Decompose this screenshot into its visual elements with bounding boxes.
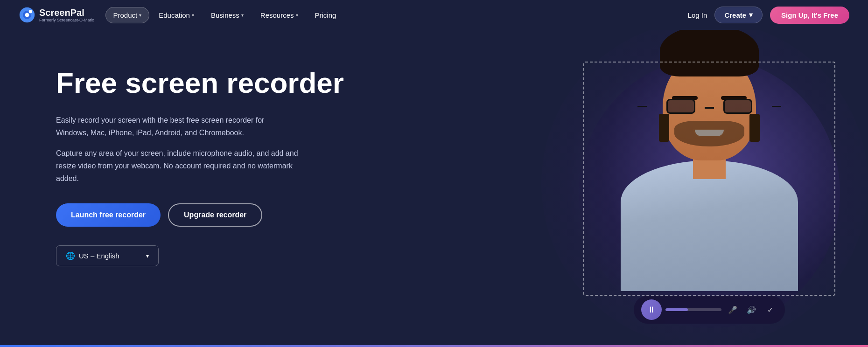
- nav-items: Product ▾ Education ▾ Business ▾ Resourc…: [105, 7, 688, 23]
- recording-controls-bar: ⏸ 🎤 🔊 ✓: [634, 296, 785, 324]
- screenpal-logo-icon: [19, 7, 35, 23]
- logo-text: ScreenPal Formerly Screencast-O-Matic: [39, 7, 94, 22]
- hero-desc-2: Capture any area of your screen, include…: [56, 147, 299, 185]
- speaker-icon: 🔊: [747, 305, 756, 314]
- hero-content: Free screen recorder Easily record your …: [56, 58, 344, 266]
- hero-buttons: Launch free recorder Upgrade recorder: [56, 203, 344, 227]
- mic-button[interactable]: 🎤: [725, 302, 740, 317]
- pause-icon: ⏸: [647, 305, 656, 315]
- upgrade-recorder-button[interactable]: Upgrade recorder: [168, 203, 262, 227]
- nav-item-education[interactable]: Education ▾: [151, 7, 202, 23]
- hero-visual: ⏸ 🎤 🔊 ✓: [344, 58, 840, 328]
- bottom-accent-bar: [0, 345, 868, 347]
- hero-desc-1: Easily record your screen with the best …: [56, 114, 299, 139]
- brand-name: ScreenPal: [39, 7, 94, 18]
- create-label: Create: [724, 11, 746, 19]
- recording-border: [583, 62, 835, 296]
- settings-button[interactable]: ✓: [763, 302, 777, 317]
- nav-business-label: Business: [211, 11, 239, 19]
- signup-button[interactable]: Sign Up, It's Free: [770, 7, 849, 24]
- globe-icon: 🌐: [66, 251, 75, 260]
- lang-current: US – English: [79, 252, 119, 260]
- nav-item-product[interactable]: Product ▾: [105, 7, 150, 23]
- nav-item-resources[interactable]: Resources ▾: [253, 7, 306, 23]
- svg-point-2: [25, 13, 29, 17]
- nav-product-label: Product: [113, 11, 138, 19]
- nav-item-business[interactable]: Business ▾: [203, 7, 251, 23]
- create-button[interactable]: Create ▾: [714, 7, 763, 23]
- launch-recorder-button[interactable]: Launch free recorder: [56, 203, 161, 227]
- chevron-down-icon: ▾: [241, 13, 244, 18]
- navbar: ScreenPal Formerly Screencast-O-Matic Pr…: [0, 0, 868, 30]
- mic-icon: 🎤: [728, 305, 737, 314]
- hero-section: Free screen recorder Easily record your …: [0, 30, 868, 347]
- hero-title: Free screen recorder: [56, 67, 344, 99]
- nav-pricing-label: Pricing: [315, 11, 336, 19]
- speaker-button[interactable]: 🔊: [744, 302, 759, 317]
- nav-education-label: Education: [159, 11, 190, 19]
- checkmark-icon: ✓: [767, 305, 773, 314]
- language-selector[interactable]: 🌐 US – English ▾: [56, 245, 159, 266]
- nav-resources-label: Resources: [260, 11, 294, 19]
- chevron-down-icon: ▾: [749, 11, 753, 19]
- nav-item-pricing[interactable]: Pricing: [308, 7, 344, 23]
- login-button[interactable]: Log In: [688, 11, 707, 19]
- chevron-down-icon: ▾: [192, 13, 194, 18]
- brand-formerly: Formerly Screencast-O-Matic: [39, 18, 94, 22]
- svg-point-3: [29, 10, 32, 13]
- chevron-down-icon: ▾: [296, 13, 298, 18]
- logo[interactable]: ScreenPal Formerly Screencast-O-Matic: [19, 7, 94, 23]
- recording-timer: [665, 308, 721, 311]
- chevron-down-icon: ▾: [139, 13, 141, 18]
- nav-right: Log In Create ▾ Sign Up, It's Free: [688, 7, 849, 24]
- pause-button[interactable]: ⏸: [641, 299, 662, 320]
- timer-progress: [665, 308, 688, 311]
- person-image: ⏸ 🎤 🔊 ✓: [344, 58, 840, 328]
- chevron-down-icon: ▾: [146, 253, 149, 259]
